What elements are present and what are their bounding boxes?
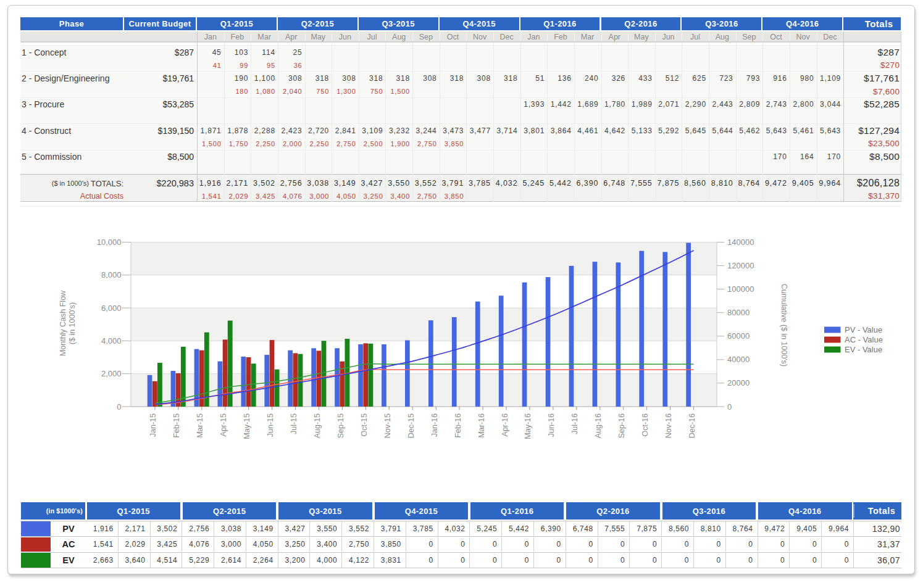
- svg-text:Feb-15: Feb-15: [172, 413, 181, 438]
- svg-text:Oct-16: Oct-16: [641, 413, 649, 437]
- svg-text:Jan-16: Jan-16: [430, 413, 439, 437]
- svg-text:8,000: 8,000: [101, 270, 122, 280]
- svg-text:Aug-15: Aug-15: [313, 413, 322, 438]
- svg-text:May-15: May-15: [243, 413, 251, 439]
- svg-text:120000: 120000: [727, 261, 754, 270]
- svg-text:0: 0: [117, 402, 121, 412]
- svg-text:($ in 1000's): ($ in 1000's): [68, 302, 77, 344]
- svg-text:Apr-15: Apr-15: [219, 413, 228, 437]
- svg-text:Jun-15: Jun-15: [266, 413, 275, 437]
- svg-text:EV - Value: EV - Value: [845, 345, 882, 354]
- svg-text:Sep-16: Sep-16: [617, 413, 626, 438]
- svg-text:Nov-16: Nov-16: [664, 413, 673, 438]
- svg-text:PV - Value: PV - Value: [845, 325, 882, 334]
- svg-text:AC - Value: AC - Value: [845, 335, 883, 344]
- svg-text:100000: 100000: [727, 284, 754, 294]
- svg-text:May-16: May-16: [524, 413, 532, 439]
- svg-text:Cumulative ($ in 1000's): Cumulative ($ in 1000's): [780, 284, 788, 366]
- svg-text:Sep-15: Sep-15: [336, 413, 345, 438]
- svg-text:Jul-16: Jul-16: [570, 413, 579, 434]
- svg-text:80000: 80000: [727, 308, 750, 317]
- svg-text:Jun-16: Jun-16: [547, 413, 556, 437]
- svg-text:0: 0: [727, 402, 732, 412]
- svg-text:Nov-15: Nov-15: [383, 413, 392, 438]
- svg-text:60000: 60000: [727, 331, 750, 341]
- svg-text:Feb-16: Feb-16: [454, 413, 462, 438]
- svg-text:Mar-16: Mar-16: [477, 413, 486, 438]
- svg-text:Apr-16: Apr-16: [501, 413, 509, 437]
- svg-text:140000: 140000: [727, 238, 754, 247]
- svg-text:Jan-15: Jan-15: [149, 413, 157, 437]
- svg-text:Dec-16: Dec-16: [688, 413, 696, 438]
- svg-text:20000: 20000: [727, 378, 750, 387]
- svg-text:Oct-15: Oct-15: [360, 413, 369, 437]
- svg-text:10,000: 10,000: [97, 238, 122, 247]
- svg-text:Monthly Cash Flow: Monthly Cash Flow: [59, 290, 67, 356]
- svg-text:Aug-16: Aug-16: [594, 413, 603, 438]
- svg-text:Jul-15: Jul-15: [290, 413, 298, 434]
- svg-text:40000: 40000: [727, 355, 750, 364]
- svg-text:Mar-15: Mar-15: [196, 413, 204, 438]
- svg-text:4,000: 4,000: [101, 336, 122, 346]
- svg-text:2,000: 2,000: [101, 369, 122, 378]
- svg-text:Dec-15: Dec-15: [407, 413, 416, 438]
- svg-text:6,000: 6,000: [101, 304, 122, 313]
